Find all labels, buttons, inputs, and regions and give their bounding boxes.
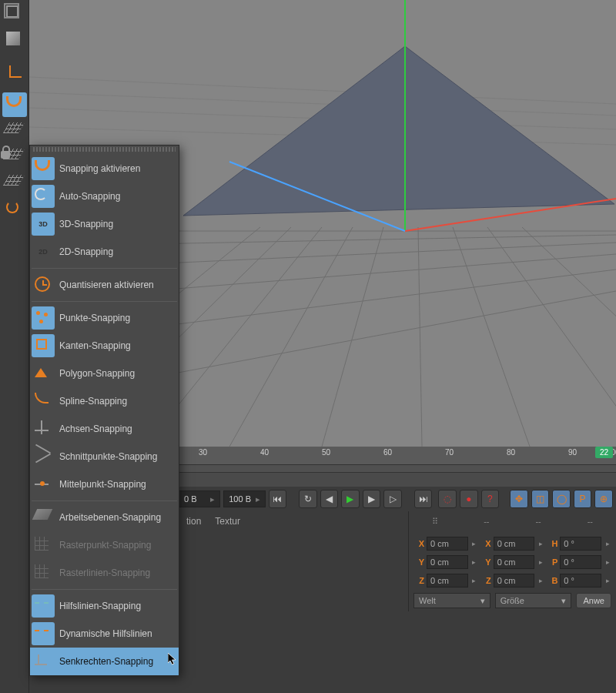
size-x-input[interactable]: 0 cm [494, 537, 535, 551]
axis-icon [32, 417, 55, 440]
to-start-button[interactable]: ⏮ [269, 490, 287, 508]
workplane-grid2-button[interactable] [2, 171, 27, 196]
next-frame-button[interactable]: ▶ [363, 490, 381, 508]
record-button[interactable]: ● [460, 490, 478, 508]
tick-label: 90 [568, 448, 577, 457]
workplane-lock-button[interactable] [2, 145, 27, 169]
key-options-button[interactable]: ? [481, 490, 500, 508]
size-y-input[interactable]: 0 cm [494, 555, 535, 569]
svg-line-4 [229, 227, 353, 447]
auto-icon [32, 185, 55, 208]
coord-head-size: -- [513, 517, 564, 526]
snap-item-gridln: Rasterlinien-Snapping [30, 559, 179, 587]
snap-item-perp[interactable]: Senkrechten-Snapping [30, 648, 179, 675]
prev-frame-button[interactable]: ◀ [320, 490, 339, 508]
snap-item-auto[interactable]: Auto-Snapping [30, 182, 179, 210]
snap-label-edges: Kanten-Snapping [59, 340, 172, 351]
snap-item-wplane[interactable]: Arbeitsebenen-Snapping [30, 504, 179, 531]
wplane-icon [32, 506, 55, 529]
frame-end-input[interactable]: 100 B▸ [223, 490, 265, 507]
rot-h-input[interactable]: 0 ° [560, 537, 601, 551]
model-solid-button[interactable] [2, 28, 27, 52]
pos-y-input[interactable]: 0 cm [427, 555, 468, 569]
guide-icon [32, 594, 55, 618]
move-key-button[interactable]: ✥ [510, 490, 528, 508]
menu-grip[interactable] [33, 147, 176, 152]
coord-apply-button[interactable]: Anwe [576, 593, 611, 608]
edges-icon [32, 334, 55, 357]
size-label: X [480, 539, 491, 548]
svg-line-8 [487, 227, 616, 447]
snap-item-spline[interactable]: Spline-Snapping [30, 387, 179, 415]
snap-label-points: Punkte-Snapping [59, 313, 172, 323]
tab-animation[interactable]: tion [186, 516, 201, 527]
spline-icon [32, 390, 55, 413]
pos-x-input[interactable]: 0 cm [427, 537, 468, 551]
rot-p-input[interactable]: 0 ° [560, 555, 601, 569]
axis-button[interactable] [2, 60, 27, 85]
snap-item-axis[interactable]: Achsen-Snapping [30, 415, 179, 443]
snap-item-quant[interactable]: Quantisieren aktivieren [30, 271, 179, 299]
autokey-button[interactable]: ◌ [438, 490, 457, 508]
frame-start-value: 0 B [184, 494, 197, 504]
loop-button[interactable]: ↻ [299, 490, 317, 508]
param-key-button[interactable]: P [574, 490, 592, 508]
tab-texture[interactable]: Textur [215, 516, 240, 527]
next-key-button[interactable]: ▷ [383, 490, 402, 508]
snap-label-mid: Mittelpunkt-Snapping [59, 479, 172, 490]
enable-icon [32, 157, 55, 180]
snap-item-mid[interactable]: Mittelpunkt-Snapping [30, 470, 179, 498]
pos-z-input[interactable]: 0 cm [427, 574, 468, 588]
to-end-button[interactable]: ⏭ [414, 490, 433, 508]
coord-mode-select[interactable]: Größe▾ [495, 593, 572, 608]
tick-label: 40 [260, 448, 269, 457]
rot-label: B [547, 576, 557, 585]
snap-item-2d[interactable]: 2D2D-Snapping [30, 238, 179, 266]
left-toolbar [0, 0, 29, 693]
pos-label: Z [413, 576, 424, 585]
cursor-icon [168, 653, 177, 665]
snapping-button[interactable] [2, 92, 27, 117]
pla-key-button[interactable]: ⊕ [594, 490, 613, 508]
workplane-rotate-button[interactable] [2, 197, 27, 222]
quant-icon [32, 273, 55, 296]
snap-item-points[interactable]: Punkte-Snapping [30, 304, 179, 332]
rotate-key-button[interactable]: ◯ [552, 490, 571, 508]
gridpt-icon [32, 534, 55, 557]
svg-line-5 [322, 227, 383, 447]
coord-mode-value: Größe [500, 596, 524, 605]
snap-item-3d[interactable]: 3D3D-Snapping [30, 210, 179, 238]
snap-label-dyn: Dynamische Hilfslinien [59, 628, 172, 639]
size-z-input[interactable]: 0 cm [494, 574, 535, 588]
coord-head-pos: -- [460, 517, 512, 526]
model-wire-button[interactable] [2, 2, 27, 26]
snap-label-perp: Senkrechten-Snapping [59, 656, 172, 667]
scale-key-button[interactable]: ◫ [531, 490, 550, 508]
tick-label: 30 [199, 448, 207, 457]
coord-menu-icon[interactable]: ⠿ [409, 517, 460, 527]
snap-label-auto: Auto-Snapping [59, 191, 172, 202]
dyn-icon [32, 622, 55, 645]
tick-label: 50 [322, 448, 330, 457]
snap-label-polys: Polygon-Snapping [59, 368, 172, 379]
snap-item-dyn[interactable]: Dynamische Hilfslinien [30, 620, 179, 648]
snap-label-inter: Schnittpunkte-Snapping [59, 451, 172, 462]
snap-item-polys[interactable]: Polygon-Snapping [30, 360, 179, 387]
play-button[interactable]: ▶ [341, 490, 360, 508]
snap-item-guide[interactable]: Hilfslinien-Snapping [30, 592, 179, 620]
snap-item-edges[interactable]: Kanten-Snapping [30, 332, 179, 360]
snap-item-inter[interactable]: Schnittpunkte-Snapping [30, 443, 179, 470]
snap-item-enable[interactable]: Snapping aktivieren [30, 155, 179, 182]
workplane-grid-button[interactable] [2, 119, 27, 143]
coord-panel: X0 cm▸X0 cm▸H0 °▸Y0 cm▸Y0 cm▸P0 °▸Z0 cm▸… [408, 531, 616, 611]
frame-start-input[interactable]: 0 B▸ [179, 490, 220, 507]
timeline-end-frame[interactable]: 22 [595, 447, 613, 458]
snap-label-quant: Quantisieren aktivieren [59, 280, 172, 290]
svg-line-15 [29, 77, 616, 104]
snap-label-2d: 2D-Snapping [59, 246, 172, 257]
coord-row-z: Z0 cm▸Z0 cm▸B0 °▸ [413, 571, 611, 590]
pyramid-mesh[interactable] [183, 46, 614, 216]
rot-b-input[interactable]: 0 ° [560, 574, 601, 588]
coord-space-select[interactable]: Welt▾ [413, 593, 490, 608]
coord-apply-label: Anwe [583, 596, 604, 605]
